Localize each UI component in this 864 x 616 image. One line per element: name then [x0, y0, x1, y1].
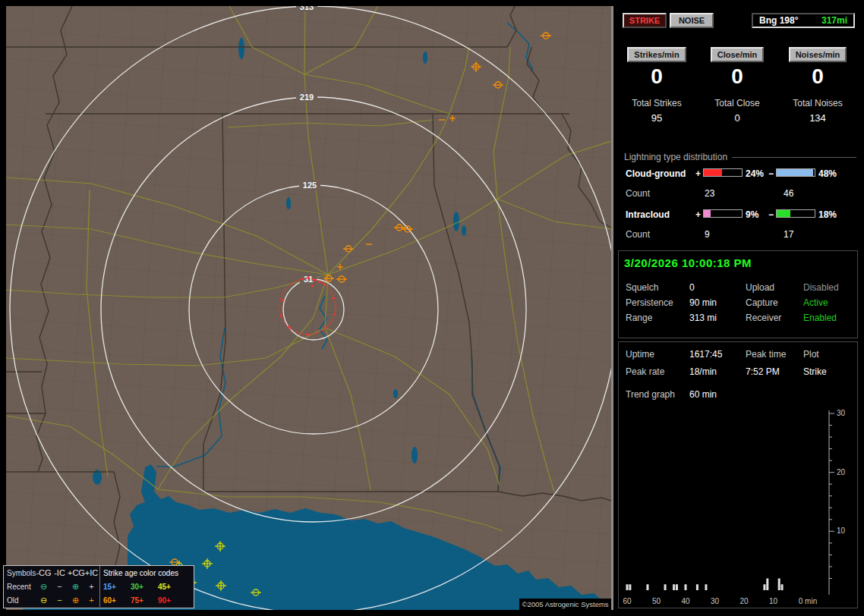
- peak-rate-label: Peak rate: [626, 366, 664, 377]
- legend-header-row: Symbols -CG -IC +CG +IC Strike age color…: [4, 566, 194, 580]
- peak-rate-row: Peak rate 18/min 7:52 PM Strike: [624, 366, 858, 379]
- ic-minus-bar: [776, 209, 815, 218]
- cg-minus-percent: 48%: [818, 168, 837, 179]
- age-75: 75+: [131, 596, 158, 605]
- trend-graph: 1020306050403020100 min: [620, 404, 856, 609]
- trend-graph-row: Trend graph 60 min: [624, 389, 858, 401]
- ic-plus-symbol-icon: +: [84, 583, 99, 591]
- upload-status: Disabled: [803, 282, 839, 293]
- plus-sign: +: [695, 168, 701, 179]
- trend-y-tick: 10: [837, 526, 846, 535]
- trend-bar: [705, 584, 707, 590]
- age-60: 60+: [103, 596, 131, 605]
- strike-symbol-dot: [307, 276, 309, 278]
- age-30: 30+: [131, 583, 158, 591]
- trend-x-label: 60: [623, 597, 632, 605]
- intracloud-count-row: Count 9 17: [624, 229, 858, 241]
- count-label: Count: [626, 188, 650, 199]
- copyright-notice: ©2005 Astrogenic Systems: [519, 599, 611, 610]
- strike-symbol-dot: [288, 325, 290, 328]
- ic-plus-bar: [703, 209, 743, 218]
- noise-indicator-button[interactable]: NOISE: [670, 13, 714, 28]
- total-strikes-value: 95: [616, 112, 697, 124]
- total-close-label: Total Close: [697, 98, 777, 108]
- trend-bar: [696, 584, 698, 590]
- strike-indicator-button[interactable]: STRIKE: [623, 13, 667, 28]
- trend-bar: [664, 584, 667, 590]
- cg-plus-symbol-icon: ⊕: [68, 596, 84, 605]
- uptime-row: Uptime 1617:45 Peak time Plot: [624, 349, 858, 361]
- squelch-label: Squelch: [626, 282, 658, 293]
- squelch-value: 0: [689, 282, 695, 293]
- peak-time-label: Peak time: [746, 349, 786, 360]
- trend-x-label: 10: [769, 597, 778, 605]
- cloud-ground-count-row: Count 23 46: [624, 188, 858, 200]
- strike-symbol-dot: [313, 278, 315, 281]
- ring-label-125: 125: [303, 181, 317, 190]
- trend-bar: [778, 578, 780, 590]
- trend-x-label: 50: [652, 597, 661, 605]
- trend-bar: [781, 584, 784, 590]
- panel-splitter[interactable]: [611, 6, 613, 610]
- plot-label: Plot: [803, 349, 819, 360]
- persistence-row: Persistence 90 min Capture Active: [624, 297, 858, 310]
- ic-minus-count: 17: [784, 229, 793, 240]
- legend-old-row: Old ⊖ − ⊕ + 60+ 75+ 90+: [4, 593, 194, 607]
- ic-plus-count: 9: [705, 229, 710, 240]
- total-noises-label: Total Noises: [777, 98, 858, 108]
- trend-x-label: 40: [681, 597, 690, 605]
- upload-label: Upload: [746, 282, 774, 293]
- strike-symbol-dot: [311, 284, 314, 287]
- legend-old-label: Old: [4, 596, 36, 605]
- distribution-title-text: Lightning type distribution: [624, 152, 727, 162]
- cg-minus-symbol-icon: ⊖: [36, 583, 52, 591]
- ic-plus-symbol-icon: +: [84, 596, 99, 605]
- trend-bar: [646, 584, 648, 590]
- bearing-range-value: 317mi: [821, 15, 847, 26]
- legend-col-ic-minus: -IC: [52, 569, 68, 577]
- strike-symbol-dot: [318, 281, 320, 283]
- trend-bar: [629, 584, 631, 590]
- uptime-label: Uptime: [626, 349, 654, 360]
- capture-status: Active: [803, 297, 828, 308]
- trend-graph-label: Trend graph: [626, 389, 675, 400]
- bearing-value: Bng 198°: [759, 15, 798, 26]
- trend-x-label: 30: [711, 597, 720, 605]
- noises-per-min-button[interactable]: Noises/min: [789, 47, 847, 62]
- ring-label-313: 313: [300, 6, 314, 11]
- ic-minus-symbol-icon: −: [52, 596, 68, 605]
- trend-bar: [763, 584, 765, 590]
- peak-rate-value: 18/min: [689, 366, 717, 377]
- receiver-label: Receiver: [746, 313, 781, 323]
- cg-plus-bar: [703, 168, 743, 177]
- app-window: 313 219 125 31 Symbols -CG -IC +CG +IC S…: [0, 0, 864, 616]
- distribution-section-title: Lightning type distribution: [624, 152, 856, 162]
- legend-age-header: Strike age color codes: [99, 566, 191, 580]
- close-per-min-button[interactable]: Close/min: [711, 47, 765, 62]
- intracloud-row: Intracloud + 9% − 18%: [624, 209, 858, 222]
- trend-bar: [676, 584, 678, 590]
- cg-minus-bar: [776, 168, 815, 177]
- status-panel: STRIKE NOISE Bng 198° 317mi Strikes/min …: [616, 6, 861, 610]
- ic-plus-percent: 9%: [746, 209, 758, 220]
- legend-col-cg-minus: -CG: [36, 569, 52, 577]
- plot-type-value: Strike: [803, 366, 827, 377]
- map-legend: Symbols -CG -IC +CG +IC Strike age color…: [3, 565, 194, 608]
- plus-sign: +: [695, 209, 701, 220]
- trend-x-label: 0 min: [799, 597, 817, 605]
- map-display[interactable]: 313 219 125 31: [6, 6, 611, 610]
- strikes-per-min-button[interactable]: Strikes/min: [627, 47, 686, 62]
- trend-window-value: 60 min: [689, 389, 717, 400]
- trend-y-tick: 20: [837, 468, 846, 476]
- cg-minus-symbol-icon: ⊖: [36, 596, 52, 605]
- range-row: Range 313 mi Receiver Enabled: [624, 313, 858, 325]
- cg-plus-percent: 24%: [746, 168, 764, 179]
- strike-symbol-dot: [301, 278, 303, 280]
- strike-symbol-dot: [306, 333, 308, 335]
- capture-label: Capture: [746, 297, 778, 308]
- range-value: 313 mi: [689, 313, 717, 323]
- ic-minus-symbol-icon: −: [52, 583, 68, 591]
- ring-label-31: 31: [304, 275, 313, 284]
- strike-symbol-dot: [323, 283, 326, 285]
- trend-x-label: 20: [739, 597, 749, 605]
